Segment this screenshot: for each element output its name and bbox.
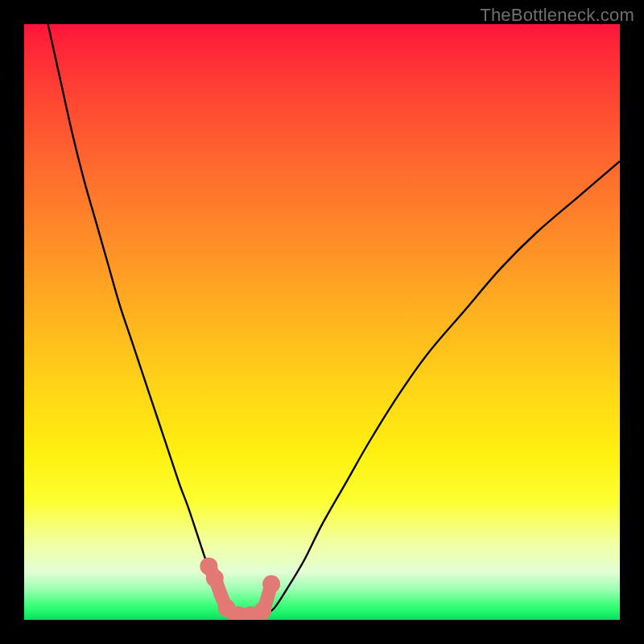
- curves-overlay: [24, 24, 620, 620]
- plot-area: [24, 24, 620, 620]
- marker-dot: [206, 569, 224, 587]
- marker-dot: [262, 576, 280, 593]
- right-curve: [262, 161, 620, 617]
- chart-frame: TheBottleneck.com: [0, 0, 644, 644]
- marker-dot: [254, 602, 271, 620]
- watermark-text: TheBottleneck.com: [480, 5, 634, 26]
- bottom-markers: [200, 557, 280, 620]
- left-curve: [48, 24, 233, 617]
